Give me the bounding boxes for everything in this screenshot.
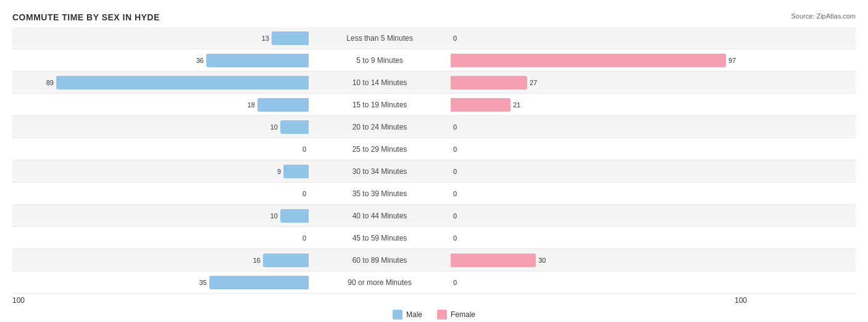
chart-row: 035 to 39 Minutes0	[12, 183, 856, 205]
female-value: 0	[453, 146, 457, 153]
chart-row: 3590 or more Minutes0	[12, 271, 856, 294]
legend-male-box	[393, 310, 403, 320]
chart-container: COMMUTE TIME BY SEX IN HYDE Source: ZipA…	[0, 6, 868, 322]
male-value: 10	[270, 123, 278, 131]
chart-row: 1040 to 44 Minutes0	[12, 205, 856, 227]
female-value: 27	[530, 79, 537, 86]
row-label: 30 to 34 Minutes	[309, 167, 451, 176]
male-value: 35	[199, 279, 207, 286]
female-value: 0	[453, 123, 457, 131]
male-value: 13	[262, 35, 269, 42]
row-label: 60 to 89 Minutes	[309, 256, 451, 265]
female-value: 21	[513, 101, 520, 109]
row-label: 5 to 9 Minutes	[309, 56, 451, 65]
row-label: 25 to 29 Minutes	[309, 145, 451, 154]
row-label: 20 to 24 Minutes	[309, 123, 451, 131]
axis-right-value: 100	[735, 296, 747, 305]
female-value: 0	[453, 212, 457, 220]
axis-row: 100 100	[12, 294, 856, 306]
row-label: 35 to 39 Minutes	[309, 189, 451, 198]
chart-row: 1815 to 19 Minutes21	[12, 94, 856, 116]
male-value: 89	[46, 79, 54, 86]
chart-row: 025 to 29 Minutes0	[12, 138, 856, 160]
chart-row: 1660 to 89 Minutes30	[12, 249, 856, 271]
male-value: 16	[253, 257, 261, 264]
legend-female-box	[437, 310, 447, 320]
chart-row: 365 to 9 Minutes97	[12, 49, 856, 72]
row-label: 15 to 19 Minutes	[309, 101, 451, 109]
female-value: 97	[728, 57, 736, 64]
legend-female-label: Female	[451, 310, 475, 319]
row-label: 40 to 44 Minutes	[309, 212, 451, 220]
row-label: Less than 5 Minutes	[309, 34, 451, 43]
chart-area: 13Less than 5 Minutes0365 to 9 Minutes97…	[12, 27, 856, 294]
male-value: 9	[277, 168, 281, 175]
chart-row: 13Less than 5 Minutes0	[12, 27, 856, 49]
male-value: 0	[303, 190, 306, 197]
female-value: 0	[453, 168, 457, 175]
row-label: 45 to 59 Minutes	[309, 234, 451, 242]
chart-row: 1020 to 24 Minutes0	[12, 116, 856, 138]
legend-male-label: Male	[406, 310, 422, 319]
legend-male: Male	[393, 310, 422, 320]
source-text: Source: ZipAtlas.com	[791, 12, 856, 20]
row-label: 90 or more Minutes	[309, 278, 451, 287]
legend-female: Female	[437, 310, 475, 320]
female-value: 0	[453, 234, 457, 242]
legend: Male Female	[12, 310, 856, 320]
female-value: 0	[453, 279, 457, 286]
chart-title: COMMUTE TIME BY SEX IN HYDE	[12, 12, 856, 22]
male-value: 36	[196, 57, 204, 64]
axis-left-value: 100	[12, 296, 25, 305]
chart-row: 8910 to 14 Minutes27	[12, 72, 856, 94]
row-label: 10 to 14 Minutes	[309, 78, 451, 87]
male-value: 0	[303, 234, 306, 242]
male-value: 18	[248, 101, 255, 109]
chart-row: 930 to 34 Minutes0	[12, 160, 856, 183]
male-value: 10	[270, 212, 278, 220]
male-value: 0	[303, 146, 306, 153]
female-value: 0	[453, 35, 457, 42]
female-value: 30	[538, 257, 546, 264]
chart-row: 045 to 59 Minutes0	[12, 227, 856, 249]
female-value: 0	[453, 190, 457, 197]
